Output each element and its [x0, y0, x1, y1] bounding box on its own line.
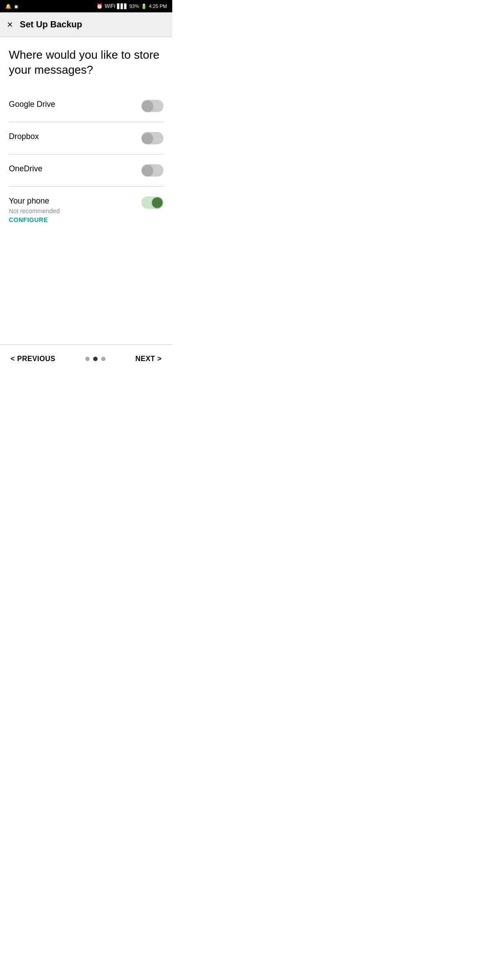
status-bar-left: 🔔 ▣ — [5, 4, 18, 9]
dropbox-label: Dropbox — [9, 132, 39, 141]
dot-1 — [85, 357, 90, 361]
your-phone-toggle-thumb — [152, 197, 163, 208]
onedrive-toggle-thumb — [142, 165, 153, 176]
onedrive-label: OneDrive — [9, 164, 42, 173]
configure-button[interactable]: CONFIGURE — [9, 216, 60, 223]
your-phone-label: Your phone — [9, 196, 60, 206]
storage-option-left-google-drive: Google Drive — [9, 100, 55, 109]
status-bar-right: ⏰ WiFi ▋▋▋ 93% 🔋 4:25 PM — [96, 3, 167, 9]
dropbox-toggle[interactable] — [141, 132, 163, 144]
onedrive-toggle[interactable] — [141, 164, 163, 177]
google-drive-toggle-thumb — [142, 101, 153, 111]
storage-option-dropbox: Dropbox — [9, 122, 163, 155]
storage-option-left-your-phone: Your phone Not recommended CONFIGURE — [9, 196, 60, 223]
signal-icon: ▋▋▋ — [117, 4, 128, 9]
previous-button[interactable]: < PREVIOUS — [11, 355, 55, 363]
top-bar: × Set Up Backup — [0, 12, 172, 37]
wifi-icon: WiFi — [105, 3, 115, 9]
close-button[interactable]: × — [7, 19, 13, 30]
next-button[interactable]: NEXT > — [136, 355, 162, 363]
your-phone-sublabel: Not recommended — [9, 207, 60, 215]
dropbox-toggle-thumb — [142, 133, 153, 143]
bell-icon: 🔔 — [5, 4, 11, 9]
your-phone-toggle[interactable] — [141, 196, 163, 209]
alarm-icon: ⏰ — [96, 3, 103, 9]
google-drive-toggle[interactable] — [141, 100, 163, 112]
storage-option-onedrive: OneDrive — [9, 155, 163, 187]
google-drive-label: Google Drive — [9, 100, 55, 109]
status-bar: 🔔 ▣ ⏰ WiFi ▋▋▋ 93% 🔋 4:25 PM — [0, 0, 172, 12]
bottom-navigation: < PREVIOUS NEXT > — [0, 344, 172, 373]
main-content: Where would you like to store your messa… — [0, 37, 172, 233]
pagination-dots — [85, 357, 106, 361]
storage-option-left-onedrive: OneDrive — [9, 164, 42, 173]
dot-3 — [101, 357, 106, 361]
dot-2 — [93, 357, 98, 361]
storage-option-left-dropbox: Dropbox — [9, 132, 39, 141]
battery-percentage: 93% — [129, 4, 139, 9]
page-question: Where would you like to store your messa… — [9, 48, 163, 78]
qr-icon: ▣ — [14, 4, 18, 9]
storage-option-google-drive: Google Drive — [9, 90, 163, 122]
page-title: Set Up Backup — [20, 19, 82, 30]
battery-icon: 🔋 — [141, 4, 147, 9]
storage-option-your-phone: Your phone Not recommended CONFIGURE — [9, 187, 163, 233]
time-display: 4:25 PM — [149, 4, 167, 9]
